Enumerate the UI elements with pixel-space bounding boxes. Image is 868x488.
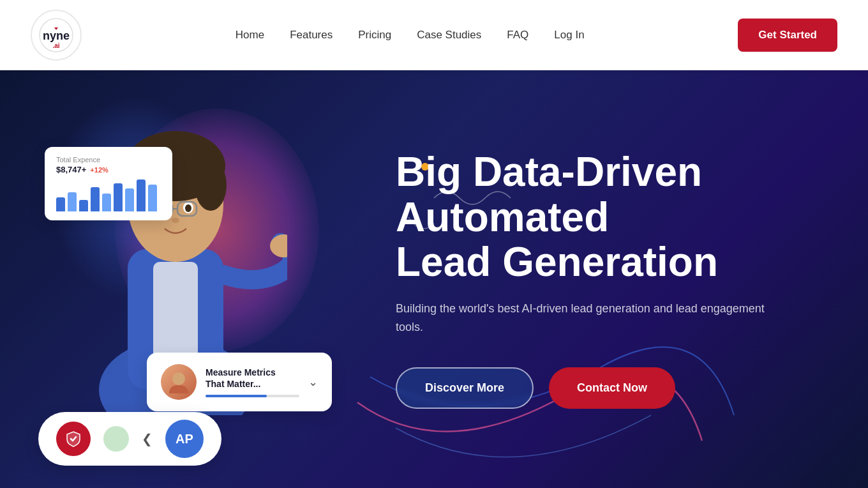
svg-point-19 [270,234,287,257]
hero-left: Total Expence $8,747+ +12% [0,70,370,488]
hero-buttons: Discover More Contact Now [396,367,675,409]
widget-dot [103,426,129,452]
nav-link-faq[interactable]: FAQ [507,29,528,41]
contact-now-button[interactable]: Contact Now [549,367,675,409]
nav-links: Home Features Pricing Case Studies FAQ L… [236,29,585,42]
svg-point-14 [185,204,191,212]
nav-item-home[interactable]: Home [236,29,264,42]
get-started-button[interactable]: Get Started [738,19,837,52]
chart-value: $8,747+ +12% [56,165,161,174]
widget-ap-avatar: AP [165,420,204,458]
nav-link-features[interactable]: Features [290,29,333,41]
metrics-text: Measure Metrics That Matter... [206,367,299,397]
navbar: nyne .ai Home Features Pricing Case Stud… [0,0,868,70]
nav-item-features[interactable]: Features [290,29,333,42]
logo-svg: nyne .ai [38,17,74,53]
svg-text:.ai: .ai [52,42,59,49]
hero-title: Big Data-Driven Automated Lead Generatio… [396,149,830,284]
nav-link-login[interactable]: Log In [554,29,584,41]
svg-point-18 [172,218,179,223]
hero-subtitle: Building the world's best AI-driven lead… [396,300,779,337]
metrics-avatar [161,364,197,400]
nav-item-login[interactable]: Log In [554,29,584,42]
nav-link-home[interactable]: Home [236,29,264,41]
nav-item-pricing[interactable]: Pricing [358,29,391,42]
logo-circle: nyne .ai [31,10,82,61]
nav-item-case-studies[interactable]: Case Studies [417,29,481,42]
svg-point-20 [172,372,185,385]
hero-right: Big Data-Driven Automated Lead Generatio… [370,70,830,488]
nav-link-pricing[interactable]: Pricing [358,29,391,41]
shield-icon [56,422,91,456]
chart-bars [56,179,161,211]
discover-more-button[interactable]: Discover More [396,367,534,409]
svg-point-10 [195,160,227,211]
metrics-subtitle: That Matter... [206,378,299,390]
metrics-title: Measure Metrics [206,367,299,378]
widget-chevron-icon: ❮ [142,431,153,446]
metrics-card: Measure Metrics That Matter... ⌄ [147,353,332,411]
svg-text:nyne: nyne [43,29,70,42]
chart-title: Total Expence [56,156,161,164]
logo[interactable]: nyne .ai [31,10,82,61]
chart-card: Total Expence $8,747+ +12% [45,147,172,220]
metrics-chevron-icon: ⌄ [308,375,318,389]
metrics-progress-bar [206,395,299,397]
nav-link-case-studies[interactable]: Case Studies [417,29,481,41]
nav-item-faq[interactable]: FAQ [507,29,528,42]
bottom-widget: ❮ AP [38,412,221,466]
metrics-progress-fill [206,395,267,397]
hero-section: Total Expence $8,747+ +12% [0,70,868,488]
